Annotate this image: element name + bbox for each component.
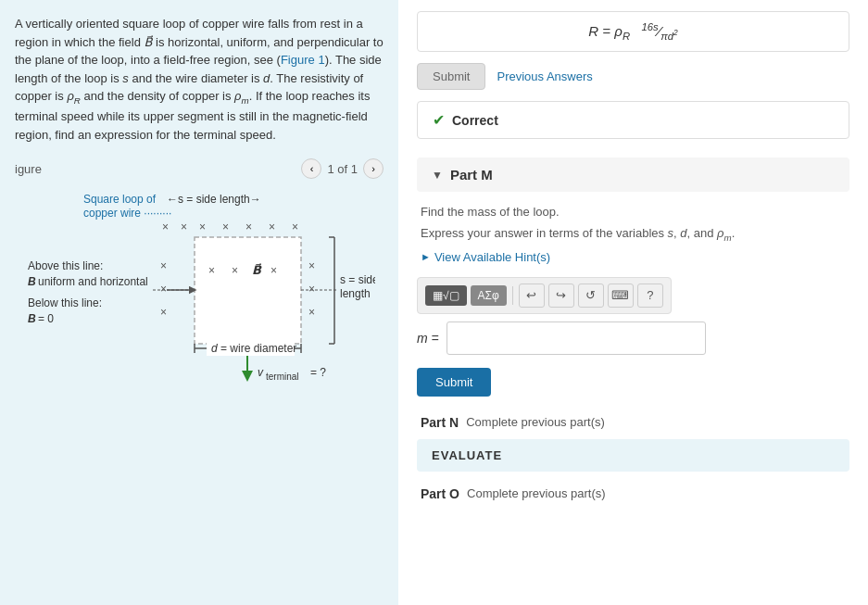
cross-in-2: × bbox=[232, 264, 238, 277]
wire-diam-label: d bbox=[211, 342, 218, 355]
redo-btn[interactable]: ↪ bbox=[548, 284, 574, 308]
wire-diam-text: = wire diameter bbox=[220, 342, 296, 355]
sigma-icon: ΑΣφ bbox=[478, 289, 499, 302]
answer-input[interactable] bbox=[447, 321, 706, 355]
sq-loop-label: Square loop of bbox=[83, 193, 157, 206]
figure-link[interactable]: Figure 1 bbox=[281, 53, 325, 67]
part-m-title: Part M bbox=[450, 167, 493, 183]
hint-arrow-icon: ► bbox=[421, 251, 431, 262]
part-n-row: Part N Complete previous part(s) bbox=[417, 415, 849, 430]
previous-answers-link[interactable]: Previous Answers bbox=[497, 69, 592, 83]
cross-top-2: × bbox=[181, 221, 187, 233]
m-label: m = bbox=[417, 331, 439, 346]
cross-top-3: × bbox=[199, 221, 206, 233]
cross-left-1: × bbox=[160, 259, 167, 272]
help-btn[interactable]: ? bbox=[637, 284, 663, 308]
answer-input-row: m = bbox=[417, 321, 849, 355]
cross-top-4: × bbox=[222, 221, 229, 233]
loop-box bbox=[195, 237, 301, 344]
prev-figure-btn[interactable]: ‹ bbox=[301, 158, 321, 179]
problem-text: A vertically oriented square loop of cop… bbox=[15, 15, 384, 144]
math-toolbar: ▦√▢ ΑΣφ ↩ ↪ ↺ ⌨ ? bbox=[417, 277, 672, 314]
b-zero-label: B bbox=[28, 312, 36, 325]
copper-wire-label: copper wire ········· bbox=[83, 207, 171, 220]
submit-disabled-btn[interactable]: Submit bbox=[417, 63, 485, 90]
cross-right-1: × bbox=[308, 259, 315, 272]
v-terminal-label: v bbox=[258, 366, 264, 379]
cross-top-5: × bbox=[245, 221, 252, 233]
cross-top-7: × bbox=[292, 221, 298, 233]
next-figure-btn[interactable]: › bbox=[363, 158, 384, 179]
cross-left-3: × bbox=[160, 306, 167, 319]
part-o-desc: Complete previous part(s) bbox=[467, 486, 606, 500]
view-hint[interactable]: ► View Available Hint(s) bbox=[417, 250, 849, 264]
cross-in-1: × bbox=[208, 264, 215, 277]
part-m-arrow: ▼ bbox=[432, 169, 443, 182]
figure-area: igure ‹ 1 of 1 › Square loop of ←s = sid… bbox=[15, 158, 384, 393]
cross-left-2: × bbox=[160, 283, 167, 296]
figure-counter: 1 of 1 bbox=[327, 162, 358, 176]
part-n-title: Part N bbox=[421, 415, 459, 430]
part-m-header: ▼ Part M bbox=[417, 158, 849, 192]
right-panel: R = ρR 16s⁄πd2 Submit Previous Answers ✔… bbox=[398, 0, 868, 605]
matrix-btn[interactable]: ▦√▢ bbox=[425, 285, 467, 306]
part-n-desc: Complete previous part(s) bbox=[466, 415, 605, 429]
answer-formula: R = ρR 16s⁄πd2 bbox=[588, 21, 677, 42]
part-o-title: Part O bbox=[421, 486, 459, 501]
evaluate-box: EVALUATE bbox=[417, 439, 849, 472]
undo-btn[interactable]: ↩ bbox=[519, 284, 545, 308]
cross-in-3: × bbox=[270, 264, 277, 277]
submit-row: Submit Previous Answers bbox=[417, 63, 849, 90]
figure-nav: igure ‹ 1 of 1 › bbox=[15, 158, 384, 179]
matrix-icon: ▦√▢ bbox=[433, 289, 459, 302]
toolbar-sep-1 bbox=[512, 286, 513, 305]
diagram: Square loop of ←s = side length→ copper … bbox=[23, 186, 375, 393]
sigma-btn[interactable]: ΑΣφ bbox=[471, 285, 507, 306]
part-o-row: Part O Complete previous part(s) bbox=[417, 486, 849, 501]
s-side-label: s = side bbox=[340, 273, 375, 286]
reset-btn[interactable]: ↺ bbox=[578, 284, 604, 308]
above-line-label: Above this line: bbox=[28, 259, 103, 272]
submit-main-btn[interactable]: Submit bbox=[417, 368, 491, 397]
below-line-label: Below this line: bbox=[28, 296, 102, 309]
correct-text: Correct bbox=[452, 113, 498, 128]
cross-top-6: × bbox=[269, 221, 275, 233]
evaluate-label: EVALUATE bbox=[432, 448, 502, 462]
b-zero-text: = 0 bbox=[38, 312, 54, 325]
cross-right-2: × bbox=[308, 283, 315, 296]
correct-box: ✔ Correct bbox=[417, 101, 849, 139]
b-uniform-label: B bbox=[28, 275, 36, 288]
cross-right-3: × bbox=[308, 306, 315, 319]
b-field-label: B⃗ bbox=[252, 263, 262, 277]
s-length-label: length bbox=[340, 287, 371, 300]
keyboard-btn[interactable]: ⌨ bbox=[608, 284, 634, 308]
cross-top-1: × bbox=[162, 221, 169, 233]
part-m-express: Express your answer in terms of the vari… bbox=[417, 226, 849, 243]
previous-answer-box: R = ρR 16s⁄πd2 bbox=[417, 11, 849, 52]
left-panel: A vertically oriented square loop of cop… bbox=[0, 0, 398, 605]
b-uniform-text: uniform and horizontal bbox=[38, 275, 148, 288]
view-hint-text: View Available Hint(s) bbox=[434, 250, 550, 264]
v-terminal-sub: terminal bbox=[266, 372, 299, 382]
diagram-svg: Square loop of ←s = side length→ copper … bbox=[23, 186, 375, 390]
figure-title: igure bbox=[15, 162, 42, 176]
side-length-label: ←s = side length→ bbox=[167, 193, 261, 206]
check-icon: ✔ bbox=[433, 111, 445, 129]
part-m-description: Find the mass of the loop. bbox=[417, 205, 849, 219]
v-terminal-eq: = ? bbox=[310, 366, 326, 379]
